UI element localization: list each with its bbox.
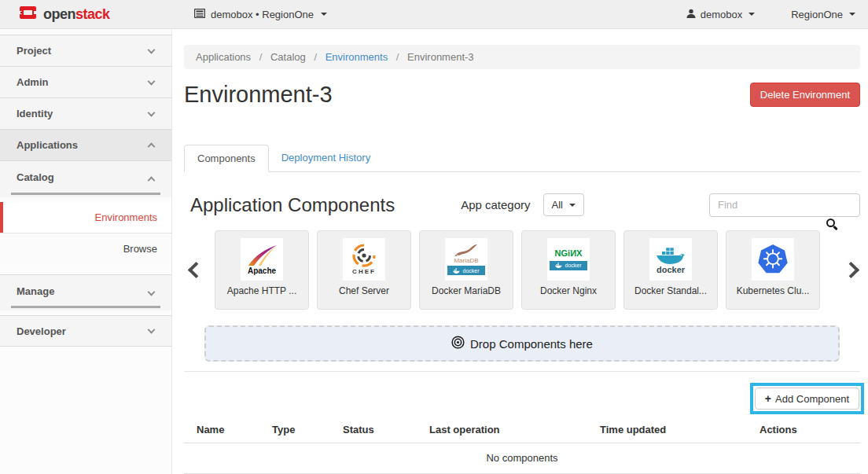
openstack-logo-text: openstack — [43, 6, 110, 23]
sidebar: Project Admin Identity Applications Cata… — [0, 29, 172, 474]
breadcrumb-item-current: Environment-3 — [407, 51, 474, 63]
app-category-value: All — [552, 199, 563, 211]
column-header-time-updated: Time updated — [594, 417, 753, 443]
context-switcher-label: demobox • RegionOne — [211, 9, 314, 20]
app-card-docker-nginx[interactable]: NGiИX docker Docker — [521, 230, 616, 310]
chevron-down-icon — [748, 13, 755, 16]
horizon-dashboard: openstack demobox • RegionOne — [0, 0, 868, 474]
breadcrumb-separator: / — [259, 51, 263, 63]
user-icon — [686, 9, 696, 20]
breadcrumb-item-applications: Applications — [196, 51, 251, 63]
sidebar-item-label: Browse — [123, 243, 157, 255]
mariadb-logo-icon: MariaDB docker — [445, 238, 487, 281]
page-header: Environment-3 Delete Environment — [184, 81, 860, 108]
find-input[interactable] — [709, 193, 860, 217]
sidebar-spacer — [0, 265, 171, 274]
tab-bar: Components Deployment History — [184, 145, 860, 172]
active-item-indicator — [0, 202, 3, 233]
docker-whale-icon — [453, 268, 460, 274]
section-title: Application Components — [190, 194, 395, 216]
region-menu-label: RegionOne — [791, 9, 843, 20]
app-card-list: Apache Apache HTTP ... CHEF — [215, 230, 820, 310]
sidebar-item-label: Environments — [95, 211, 157, 223]
chevron-down-icon — [849, 13, 855, 16]
apache-logo-icon: Apache — [241, 238, 283, 281]
app-card-chef[interactable]: CHEF Chef Server — [317, 230, 411, 310]
tab-deployment-history[interactable]: Deployment History — [269, 145, 383, 171]
components-panel-header: Application Components App category All — [184, 193, 860, 217]
sidebar-item-developer[interactable]: Developer — [0, 315, 171, 347]
carousel-prev-button[interactable] — [188, 262, 204, 278]
chevron-down-icon — [148, 108, 156, 116]
app-card-label: Apache HTTP ... — [215, 285, 308, 296]
add-component-button[interactable]: + Add Component — [755, 388, 859, 410]
docker-badge-text: docker — [565, 263, 581, 268]
empty-message: No components — [184, 443, 860, 474]
table-header-row: Name Type Status Last operation Time upd… — [184, 417, 860, 443]
openstack-logo[interactable]: openstack — [19, 5, 110, 24]
region-menu[interactable]: RegionOne — [791, 9, 855, 20]
column-header-last-operation: Last operation — [423, 417, 594, 443]
apache-logo-text: Apache — [248, 267, 276, 275]
user-menu[interactable]: demobox — [686, 9, 755, 20]
sidebar-item-admin[interactable]: Admin — [0, 67, 171, 98]
sidebar-item-label: Manage — [17, 285, 54, 297]
plus-icon: + — [765, 392, 771, 405]
breadcrumb-item-catalog: Catalog — [270, 51, 306, 63]
top-navbar: openstack demobox • RegionOne — [0, 0, 868, 29]
app-card-apache[interactable]: Apache Apache HTTP ... — [215, 230, 309, 310]
sidebar-item-label: Applications — [17, 139, 78, 151]
components-table: Name Type Status Last operation Time upd… — [184, 417, 860, 474]
column-header-type: Type — [266, 417, 337, 443]
docker-logo-icon: docker — [649, 238, 692, 281]
app-category-dropdown[interactable]: All — [543, 193, 584, 216]
sidebar-item-manage[interactable]: Manage — [0, 274, 171, 310]
sidebar-item-browse[interactable]: Browse — [0, 233, 171, 265]
sidebar-item-applications[interactable]: Applications — [0, 130, 171, 161]
docker-logo-text: docker — [657, 266, 685, 274]
tab-components[interactable]: Components — [184, 145, 269, 172]
sidebar-top-strip — [0, 29, 171, 35]
components-panel: Application Components App category All — [184, 193, 860, 474]
chevron-down-icon — [569, 204, 576, 207]
breadcrumb-link-environments[interactable]: Environments — [326, 51, 388, 63]
add-component-row: + Add Component — [184, 383, 860, 414]
chevron-up-icon — [148, 142, 156, 150]
drop-components-zone[interactable]: Drop Components here — [204, 325, 840, 362]
domain-list-icon — [194, 9, 205, 20]
section-divider — [184, 371, 860, 372]
main-content: Applications / Catalog / Environments / … — [173, 29, 868, 474]
search-icon[interactable] — [826, 219, 835, 227]
sidebar-group-indicator — [11, 193, 160, 195]
app-card-label: Chef Server — [318, 285, 410, 296]
sidebar-item-label: Identity — [17, 108, 53, 119]
chevron-up-icon — [148, 176, 156, 184]
search-icon-row — [184, 219, 860, 230]
carousel-next-button[interactable] — [843, 262, 859, 278]
sidebar-item-catalog[interactable]: Catalog — [0, 161, 171, 197]
table-empty-row: No components — [184, 443, 860, 474]
column-header-name: Name — [184, 417, 266, 443]
app-card-docker-standalone[interactable]: docker Docker Standal... — [623, 230, 718, 310]
project-context-switcher[interactable]: demobox • RegionOne — [194, 9, 327, 20]
focus-highlight-box: + Add Component — [750, 383, 864, 414]
app-card-docker-mariadb[interactable]: MariaDB docker Dock — [419, 230, 513, 310]
add-component-label: Add Component — [775, 393, 849, 405]
sidebar-group-indicator — [11, 306, 160, 308]
sidebar-item-project[interactable]: Project — [0, 35, 171, 67]
app-card-kubernetes[interactable]: Kubernetes Clu... — [726, 230, 820, 310]
delete-environment-button[interactable]: Delete Environment — [750, 83, 860, 107]
chef-logo-text: CHEF — [352, 269, 376, 275]
app-category-label: App category — [461, 198, 530, 211]
breadcrumb-separator: / — [314, 51, 317, 63]
column-header-actions: Actions — [753, 417, 860, 443]
chevron-down-icon — [148, 288, 156, 296]
sidebar-item-environments[interactable]: Environments — [0, 202, 171, 233]
app-card-label: Docker Standal... — [624, 285, 717, 296]
mariadb-logo-text: MariaDB — [454, 258, 478, 264]
chevron-down-icon — [148, 77, 156, 85]
kubernetes-logo-icon — [752, 238, 794, 281]
sidebar-item-identity[interactable]: Identity — [0, 98, 171, 130]
nginx-logo-text: NGiИX — [555, 249, 583, 258]
sidebar-item-label: Project — [17, 45, 51, 57]
